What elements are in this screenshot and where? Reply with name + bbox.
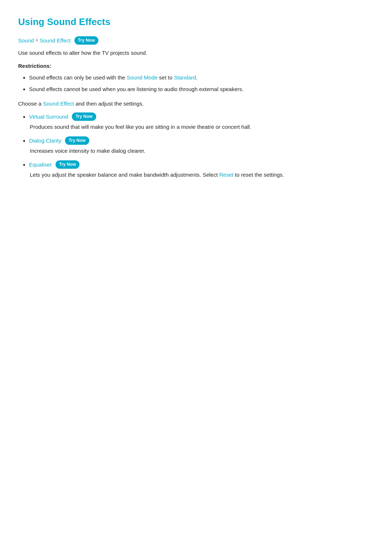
- main-description: Use sound effects to alter how the TV pr…: [18, 49, 374, 57]
- dialog-clarity-header: Dialog Clarity Try Now: [29, 136, 374, 145]
- equaliser-description: Lets you adjust the speaker balance and …: [30, 171, 374, 179]
- choose-text: Choose a Sound Effect and then adjust th…: [18, 99, 374, 108]
- feature-item-equaliser: Equaliser Try Now Lets you adjust the sp…: [29, 160, 374, 179]
- restriction-item-1: Sound effects can only be used with the …: [29, 73, 374, 82]
- equaliser-try-now-badge[interactable]: Try Now: [56, 160, 80, 169]
- breadcrumb-sound-link[interactable]: Sound: [18, 36, 34, 45]
- breadcrumb: Sound > Sound Effect Try Now: [18, 36, 374, 45]
- restriction-1-text-middle: set to: [158, 74, 174, 81]
- breadcrumb-sound-effect-link[interactable]: Sound Effect: [40, 36, 71, 45]
- choose-text-before: Choose a: [18, 100, 43, 107]
- restriction-item-2: Sound effects cannot be used when you ar…: [29, 85, 374, 94]
- page-title: Using Sound Effects: [18, 15, 374, 30]
- virtual-surround-header: Virtual Surround Try Now: [29, 112, 374, 121]
- feature-item-virtual-surround: Virtual Surround Try Now Produces sound …: [29, 112, 374, 131]
- virtual-surround-try-now-badge[interactable]: Try Now: [72, 112, 96, 121]
- dialog-clarity-description: Increases voice intensity to make dialog…: [30, 147, 374, 155]
- sound-mode-link[interactable]: Sound Mode: [127, 74, 158, 81]
- dialog-clarity-try-now-badge[interactable]: Try Now: [65, 136, 89, 145]
- equaliser-desc-after: to reset the settings.: [233, 172, 284, 178]
- breadcrumb-try-now-badge[interactable]: Try Now: [74, 36, 99, 45]
- restrictions-heading: Restrictions:: [18, 62, 374, 70]
- reset-link[interactable]: Reset: [219, 172, 233, 178]
- virtual-surround-description: Produces sound that will make you feel l…: [30, 123, 374, 131]
- restriction-1-text-before: Sound effects can only be used with the: [29, 74, 127, 81]
- equaliser-desc-before: Lets you adjust the speaker balance and …: [30, 172, 219, 178]
- feature-item-dialog-clarity: Dialog Clarity Try Now Increases voice i…: [29, 136, 374, 155]
- choose-text-after: and then adjust the settings.: [74, 100, 144, 107]
- equaliser-link[interactable]: Equaliser: [29, 160, 52, 169]
- restriction-1-text-after: .: [196, 74, 197, 81]
- equaliser-header: Equaliser Try Now: [29, 160, 374, 169]
- features-list: Virtual Surround Try Now Produces sound …: [29, 112, 374, 179]
- sound-effect-choose-link[interactable]: Sound Effect: [43, 100, 74, 107]
- standard-link[interactable]: Standard: [174, 74, 196, 81]
- virtual-surround-link[interactable]: Virtual Surround: [29, 112, 68, 121]
- dialog-clarity-link[interactable]: Dialog Clarity: [29, 136, 61, 145]
- restrictions-list: Sound effects can only be used with the …: [29, 73, 374, 94]
- breadcrumb-separator: >: [35, 37, 38, 44]
